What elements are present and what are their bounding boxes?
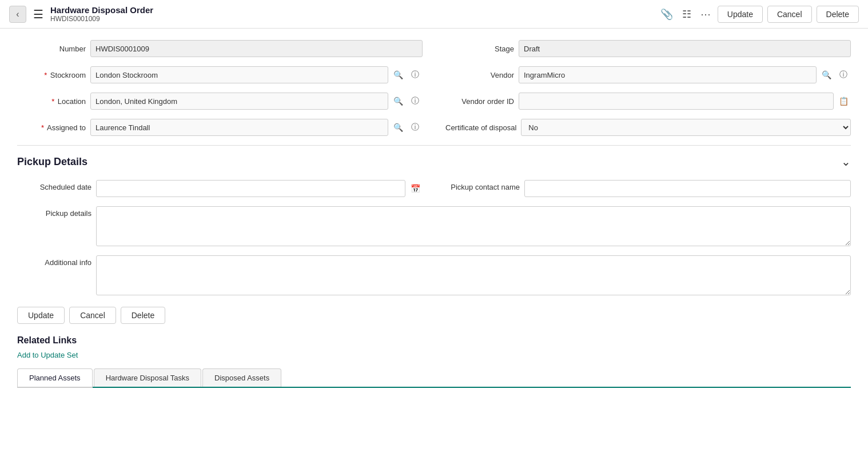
scheduled-date-input[interactable] <box>96 180 405 197</box>
calendar-icon[interactable]: 📅 <box>408 181 423 196</box>
number-row: Number <box>17 40 423 57</box>
section-divider <box>17 145 851 146</box>
page-title: Hardware Disposal Order <box>50 5 651 15</box>
main-form: Number Stage * Stockroom 🔍 ⓘ Vendor <box>17 40 851 136</box>
certificate-select[interactable]: No Yes <box>521 119 851 136</box>
vendor-search-icon[interactable]: 🔍 <box>819 67 834 82</box>
action-buttons: Update Cancel Delete <box>17 307 851 324</box>
certificate-row: Certificate of disposal No Yes <box>445 119 851 136</box>
pickup-details-row: Pickup details <box>17 206 851 246</box>
vendor-input[interactable] <box>519 66 817 83</box>
vendor-info-icon[interactable]: ⓘ <box>836 67 851 82</box>
back-button[interactable]: ‹ <box>9 6 26 23</box>
update-button[interactable]: Update <box>17 307 65 324</box>
number-label: Number <box>17 45 86 53</box>
required-star-3: * <box>41 123 44 132</box>
required-star-2: * <box>51 97 54 106</box>
stage-label: Stage <box>445 45 514 53</box>
settings-icon[interactable]: ☷ <box>680 6 694 23</box>
pickup-details-textarea[interactable] <box>96 206 851 246</box>
menu-icon[interactable]: ☰ <box>33 7 43 21</box>
header-update-button[interactable]: Update <box>718 6 763 23</box>
more-options-icon[interactable]: ⋯ <box>698 6 713 23</box>
delete-button[interactable]: Delete <box>121 307 165 324</box>
certificate-label: Certificate of disposal <box>445 123 516 132</box>
vendor-order-id-label: Vendor order ID <box>445 97 514 106</box>
required-star: * <box>44 71 47 79</box>
related-links-section: Related Links Add to Update Set <box>17 335 851 359</box>
assigned-to-info-icon[interactable]: ⓘ <box>408 120 423 135</box>
page-subtitle: HWDIS0001009 <box>50 15 651 23</box>
stage-input[interactable] <box>519 40 851 57</box>
vendor-order-id-row: Vendor order ID 📋 <box>445 93 851 110</box>
vendor-order-id-input[interactable] <box>519 93 834 110</box>
tab-planned-assets[interactable]: Planned Assets <box>17 368 93 388</box>
stockroom-info-icon[interactable]: ⓘ <box>408 67 423 82</box>
scheduled-date-label: Scheduled date <box>17 180 91 191</box>
assigned-to-wrapper: 🔍 ⓘ <box>90 119 423 136</box>
pickup-contact-row: Pickup contact name <box>445 180 851 197</box>
assigned-to-label: * Assigned to <box>17 123 86 132</box>
pickup-details-label: Pickup details <box>17 206 91 218</box>
location-input[interactable] <box>90 93 388 110</box>
location-label: * Location <box>17 97 86 106</box>
header-delete-button[interactable]: Delete <box>817 6 859 23</box>
assigned-to-input[interactable] <box>90 119 388 136</box>
stockroom-label: * Stockroom <box>17 71 86 79</box>
header-cancel-button[interactable]: Cancel <box>767 6 812 23</box>
additional-info-row: Additional info <box>17 255 851 295</box>
tab-hardware-disposal-tasks[interactable]: Hardware Disposal Tasks <box>94 368 201 387</box>
header-actions: 📎 ☷ ⋯ Update Cancel Delete <box>658 6 859 23</box>
stockroom-input[interactable] <box>90 66 388 83</box>
additional-info-textarea[interactable] <box>96 255 851 295</box>
vendor-order-id-copy-icon[interactable]: 📋 <box>836 94 851 109</box>
related-links-title: Related Links <box>17 335 851 346</box>
stage-row: Stage <box>445 40 851 57</box>
vendor-order-id-wrapper: 📋 <box>519 93 851 110</box>
stockroom-search-icon[interactable]: 🔍 <box>391 67 405 82</box>
stockroom-wrapper: 🔍 ⓘ <box>90 66 423 83</box>
tab-disposed-assets[interactable]: Disposed Assets <box>202 368 281 387</box>
pickup-section-header: Pickup Details ⌄ <box>17 155 851 169</box>
additional-info-label: Additional info <box>17 255 91 267</box>
scheduled-date-row: Scheduled date 📅 <box>17 180 423 197</box>
assigned-to-search-icon[interactable]: 🔍 <box>391 120 405 135</box>
header-title-group: Hardware Disposal Order HWDIS0001009 <box>50 5 651 23</box>
pickup-section-title: Pickup Details <box>17 156 87 168</box>
cancel-button[interactable]: Cancel <box>69 307 116 324</box>
assigned-to-row: * Assigned to 🔍 ⓘ <box>17 119 423 136</box>
pickup-contact-label: Pickup contact name <box>445 180 520 191</box>
pickup-form: Scheduled date 📅 Pickup contact name Pic… <box>17 180 851 295</box>
location-row: * Location 🔍 ⓘ <box>17 93 423 110</box>
pickup-contact-input[interactable] <box>524 180 851 197</box>
location-info-icon[interactable]: ⓘ <box>408 94 423 109</box>
stockroom-row: * Stockroom 🔍 ⓘ <box>17 66 423 83</box>
tabs-container: Planned Assets Hardware Disposal Tasks D… <box>17 368 851 388</box>
location-wrapper: 🔍 ⓘ <box>90 93 423 110</box>
scheduled-date-wrapper: 📅 <box>96 180 423 197</box>
main-content: Number Stage * Stockroom 🔍 ⓘ Vendor <box>0 29 868 457</box>
vendor-row: Vendor 🔍 ⓘ <box>445 66 851 83</box>
add-to-update-set-link[interactable]: Add to Update Set <box>17 351 78 359</box>
pickup-collapse-button[interactable]: ⌄ <box>841 155 851 169</box>
vendor-label: Vendor <box>445 71 514 79</box>
vendor-wrapper: 🔍 ⓘ <box>519 66 851 83</box>
attachment-icon[interactable]: 📎 <box>658 6 675 23</box>
number-input[interactable] <box>90 40 423 57</box>
header: ‹ ☰ Hardware Disposal Order HWDIS0001009… <box>0 0 868 29</box>
location-search-icon[interactable]: 🔍 <box>391 94 405 109</box>
